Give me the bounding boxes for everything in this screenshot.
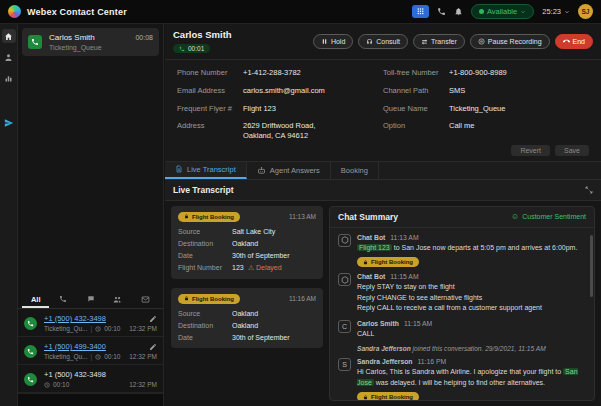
lock-icon <box>184 296 189 301</box>
phone-icon[interactable] <box>437 7 446 16</box>
workspace-tabs: Live Transcript Agent Answers Booking <box>165 162 601 180</box>
phone-number-link[interactable]: +1 (500) 432-3498 <box>44 314 144 323</box>
phone-number-link[interactable]: +1 (500) 499-3400 <box>44 342 144 351</box>
save-button[interactable]: Save <box>555 145 589 156</box>
main-area: Carlos Smith 00:01 Hold Consult Transfe <box>165 24 601 406</box>
field-value: Call me <box>449 121 474 131</box>
edit-icon[interactable] <box>149 343 157 351</box>
hold-button[interactable]: Hold <box>313 34 353 49</box>
badge-label: Flight Booking <box>192 214 234 220</box>
left-panel-footer <box>18 393 163 406</box>
tab-live-transcript[interactable]: Live Transcript <box>165 162 247 179</box>
session-timer-dropdown[interactable]: 25:23 <box>542 7 570 16</box>
flight-booking-card[interactable]: Flight Booking 11:13 AM SourceSalt Lake … <box>171 206 323 279</box>
row-label: Destination <box>178 322 232 329</box>
call-history-item[interactable]: +1 (500) 499-3400 Ticketing_Qu... | 00:1… <box>18 337 163 365</box>
end-call-button[interactable]: End <box>555 34 593 49</box>
customer-avatar: C <box>338 320 351 333</box>
field-label: Channel Path <box>383 86 449 96</box>
consult-button[interactable]: Consult <box>358 34 408 49</box>
nav-analytics-item[interactable] <box>2 71 16 85</box>
expand-icon[interactable] <box>585 186 593 194</box>
person-icon <box>4 53 13 62</box>
webex-contact-center-app: Webex Contact Center Available 25:23 SJ <box>0 0 601 406</box>
badge-label: Flight Booking <box>371 394 413 400</box>
call-meta: Ticketing_Qu... | 00:10 12:32 PM <box>44 325 157 332</box>
filter-tab-all[interactable]: All <box>22 292 49 308</box>
flight-booking-badge[interactable]: Flight Booking <box>357 257 419 267</box>
chat-summary-header: Chat Summary ☺ Customer Sentiment <box>330 207 594 228</box>
nav-home-item[interactable] <box>2 29 16 43</box>
scrollbar[interactable] <box>590 235 593 297</box>
phone-icon <box>59 295 67 303</box>
call-meta: 00:10 12:32 PM <box>44 381 157 388</box>
edit-icon[interactable] <box>149 315 157 323</box>
call-history-item[interactable]: +1 (500) 432-3498 Ticketing_Qu... | 00:1… <box>18 309 163 337</box>
chat-bubble-icon <box>87 295 95 303</box>
message-author: Chat Bot <box>357 234 385 241</box>
chevron-down-icon <box>564 9 570 15</box>
phone-number-text: +1 (500) 432-3498 <box>44 370 152 379</box>
pause-recording-button[interactable]: Pause Recording <box>470 34 550 49</box>
nav-agent-item[interactable] <box>2 50 16 64</box>
message-text: Flight 123 to San Jose now departs at 5:… <box>357 243 584 254</box>
call-queue: Ticketing_Qu... <box>44 325 87 332</box>
call-time: 12:32 PM <box>129 353 157 360</box>
active-call-card[interactable]: Carlos Smith 00:08 Ticketing_Queue <box>22 28 159 56</box>
bell-icon[interactable] <box>454 7 463 16</box>
filter-tab-email[interactable] <box>132 292 159 308</box>
headset-icon <box>366 38 373 45</box>
revert-button[interactable]: Revert <box>511 145 550 156</box>
home-icon <box>4 32 13 41</box>
separator: | <box>90 325 92 332</box>
lock-icon <box>363 260 368 265</box>
row-label: Source <box>178 228 232 235</box>
row-label: Flight Number <box>178 264 232 272</box>
tab-agent-answers[interactable]: Agent Answers <box>247 162 331 179</box>
tab-booking[interactable]: Booking <box>331 162 379 179</box>
message-time: 11:15 AM <box>404 320 432 327</box>
field-value: SMS <box>449 86 465 96</box>
call-meta: Ticketing_Qu... | 00:10 12:32 PM <box>44 353 157 360</box>
call-time: 12:32 PM <box>129 381 157 388</box>
clock-icon <box>44 382 50 388</box>
row-value: 30th of September <box>232 334 290 341</box>
field-value: +1-412-288-3782 <box>243 68 301 78</box>
card-timestamp: 11:13 AM <box>289 213 316 220</box>
filter-tab-chats[interactable] <box>77 292 104 308</box>
agent-status-dropdown[interactable]: Available <box>471 4 534 19</box>
dialpad-button[interactable] <box>412 5 429 18</box>
call-time: 12:32 PM <box>129 325 157 332</box>
flight-booking-card[interactable]: Flight Booking 11:16 AM SourceOakland De… <box>171 288 323 348</box>
flight-booking-badge[interactable]: Flight Booking <box>357 392 419 400</box>
field-label: Email Address <box>177 86 243 96</box>
profile-avatar[interactable]: SJ <box>578 4 593 19</box>
nav-assistant-item[interactable] <box>2 116 16 130</box>
pause-icon <box>321 38 328 45</box>
customer-details-section: Phone Number+1-412-288-3782 Email Addres… <box>165 60 601 162</box>
transfer-button[interactable]: Transfer <box>413 34 465 49</box>
record-pause-icon <box>478 38 485 45</box>
chat-message: C Carlos Smith11:15 AM CALL <box>338 320 584 340</box>
envelope-icon <box>141 295 150 304</box>
tab-label: Booking <box>341 166 368 175</box>
active-call-duration: 00:08 <box>135 34 153 41</box>
call-history-item[interactable]: +1 (500) 432-3498 00:10 12:32 PM <box>18 365 163 393</box>
filter-tab-teams[interactable] <box>104 292 131 308</box>
transfer-label: Transfer <box>431 38 457 45</box>
top-bar: Webex Contact Center Available 25:23 SJ <box>0 0 601 24</box>
status-dot <box>479 9 484 14</box>
field-label: Frequent Flyer # <box>177 104 243 114</box>
row-value: Oakland <box>232 240 258 247</box>
chevron-down-icon <box>520 9 526 15</box>
clock-icon <box>95 354 101 360</box>
tab-label: Agent Answers <box>270 166 320 175</box>
message-time: 11:16 PM <box>418 358 447 365</box>
call-icon <box>179 46 185 52</box>
message-author: Chat Bot <box>357 273 385 280</box>
row-value: 123 <box>232 264 244 271</box>
filter-tab-calls[interactable] <box>49 292 76 308</box>
badge-label: Flight Booking <box>192 296 234 302</box>
customer-sentiment: ☺ Customer Sentiment <box>511 213 586 221</box>
bar-chart-icon <box>4 74 13 83</box>
